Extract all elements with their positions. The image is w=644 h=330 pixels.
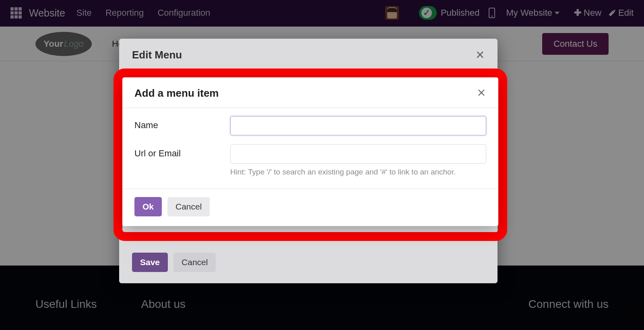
edit-menu-title: Edit Menu <box>132 49 182 61</box>
url-input[interactable] <box>230 144 486 164</box>
close-icon[interactable] <box>477 88 486 99</box>
add-menu-item-title: Add a menu item <box>134 87 219 100</box>
ok-button[interactable]: Ok <box>134 197 162 216</box>
name-label: Name <box>134 116 230 131</box>
cancel-button[interactable]: Cancel <box>167 197 210 216</box>
close-icon[interactable]: ✕ <box>475 48 485 62</box>
name-input[interactable] <box>230 116 486 135</box>
add-menu-item-modal: Add a menu item Name Url or Email Hint: … <box>122 77 498 226</box>
url-hint: Hint: Type '/' to search an existing pag… <box>230 168 486 176</box>
url-label: Url or Email <box>134 144 230 159</box>
save-button[interactable]: Save <box>132 253 168 272</box>
cancel-button[interactable]: Cancel <box>173 253 216 272</box>
